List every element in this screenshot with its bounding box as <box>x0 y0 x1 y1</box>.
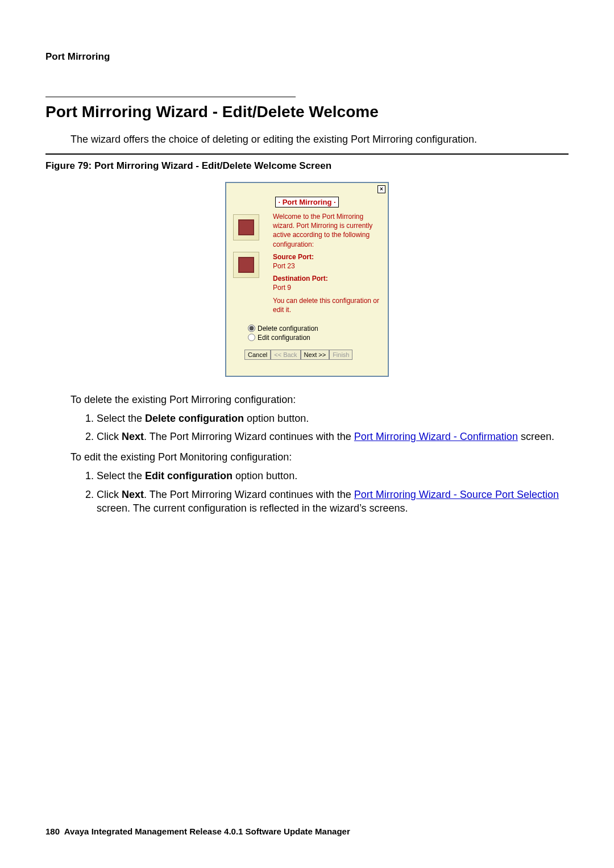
edit-steps: Select the Edit configuration option but… <box>97 469 569 515</box>
edit-step-2: Click Next. The Port Mirroring Wizard co… <box>97 488 569 516</box>
source-port-label: Source Port: <box>273 253 314 261</box>
radio-delete[interactable] <box>248 325 255 332</box>
finish-button: Finish <box>329 350 352 360</box>
bold: Edit configuration <box>145 470 233 481</box>
section-intro: The wizard offers the choice of deleting… <box>70 134 569 146</box>
dest-port-label: Destination Port: <box>273 275 328 283</box>
text: Click <box>97 489 122 500</box>
text: . The Port Mirroring Wizard continues wi… <box>144 431 354 442</box>
back-button: << Back <box>271 350 300 360</box>
source-port-value: Port 23 <box>273 262 295 270</box>
text: screen. The current configuration is ref… <box>97 502 408 514</box>
rule-figure-top <box>45 153 569 155</box>
page-footer: 180 Avaya Integrated Management Release … <box>45 827 350 836</box>
wizard-dialog: × · Port Mirroring · Welcome to the Port… <box>225 182 389 377</box>
edit-intro: To edit the existing Port Monitoring con… <box>70 451 569 463</box>
page-number: 180 <box>45 827 60 836</box>
dest-port-value: Port 9 <box>273 284 291 292</box>
link-confirmation[interactable]: Port Mirroring Wizard - Confirmation <box>354 431 518 442</box>
next-button[interactable]: Next >> <box>301 350 330 360</box>
edit-step-1: Select the Edit configuration option but… <box>97 469 569 483</box>
bold: Next <box>122 431 144 442</box>
page-header-label: Port Mirroring <box>45 51 569 63</box>
link-source-port-selection[interactable]: Port Mirroring Wizard - Source Port Sele… <box>354 489 559 500</box>
text: screen. <box>518 431 554 442</box>
bold: Next <box>122 489 144 500</box>
text: . The Port Mirroring Wizard continues wi… <box>144 489 354 500</box>
delete-step-2: Click Next. The Port Mirroring Wizard co… <box>97 430 569 443</box>
wizard-icon-top <box>233 214 259 240</box>
wizard-footer-text: You can delete this configuration or edi… <box>273 296 381 314</box>
text: Select the <box>97 470 145 481</box>
delete-intro: To delete the existing Port Mirroring co… <box>70 394 569 406</box>
radio-delete-row[interactable]: Delete configuration <box>248 325 381 333</box>
delete-step-1: Select the Delete configuration option b… <box>97 412 569 425</box>
wizard-icon-bottom <box>233 252 259 278</box>
radio-edit-label: Edit configuration <box>258 334 310 342</box>
text: Click <box>97 431 122 442</box>
bold: Delete configuration <box>145 413 244 424</box>
text: Select the <box>97 413 145 424</box>
rule-section-top <box>45 97 296 97</box>
footer-text: Avaya Integrated Management Release 4.0.… <box>64 827 350 836</box>
text: option button. <box>244 413 309 424</box>
text: option button. <box>233 470 297 481</box>
close-icon[interactable]: × <box>377 185 385 193</box>
delete-steps: Select the Delete configuration option b… <box>97 412 569 444</box>
radio-edit[interactable] <box>248 334 255 341</box>
radio-edit-row[interactable]: Edit configuration <box>248 334 381 342</box>
cancel-button[interactable]: Cancel <box>244 350 271 360</box>
radio-delete-label: Delete configuration <box>258 325 318 333</box>
section-title: Port Mirroring Wizard - Edit/Delete Welc… <box>45 103 569 121</box>
wizard-welcome-text: Welcome to the Port Mirroring wizard. Po… <box>273 212 381 249</box>
wizard-title: · Port Mirroring · <box>275 197 338 207</box>
figure-caption: Figure 79: Port Mirroring Wizard - Edit/… <box>45 160 569 172</box>
wizard-screenshot: × · Port Mirroring · Welcome to the Port… <box>45 182 569 377</box>
